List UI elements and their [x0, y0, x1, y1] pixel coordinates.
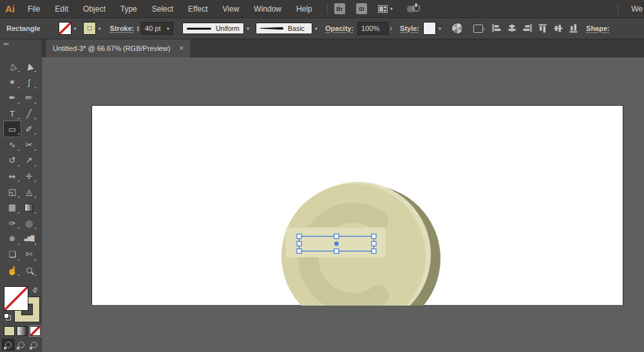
tab-close-icon[interactable]: ×: [179, 44, 184, 52]
bridge-button[interactable]: Br: [334, 3, 345, 14]
shaper-tool[interactable]: ∿: [4, 137, 21, 152]
artboard[interactable]: [91, 105, 623, 305]
panel-collapse-button[interactable]: ««: [0, 39, 41, 50]
menu-file[interactable]: File: [28, 5, 40, 14]
curvature-tool[interactable]: ✏: [21, 90, 37, 106]
document-tab[interactable]: Untitled-3* @ 66.67% (RGB/Preview) ×: [45, 39, 191, 57]
magic-wand-tool[interactable]: ✶: [4, 74, 21, 90]
align-v-center-icon[interactable]: [554, 24, 563, 33]
rectangle-tool[interactable]: ▭: [4, 121, 21, 137]
menu-window[interactable]: Window: [254, 5, 281, 14]
opacity-field[interactable]: 100%: [357, 22, 388, 35]
width-tool[interactable]: ↭: [4, 168, 21, 184]
arrange-documents-icon[interactable]: [378, 5, 388, 13]
opacity-flyout-icon[interactable]: ›: [390, 24, 392, 33]
illustrator-window: Ai FileEditObjectTypeSelectEffectViewWin…: [0, 0, 644, 352]
selected-object-label: Rectangle: [6, 24, 41, 32]
fill-color-indicator[interactable]: [4, 286, 28, 311]
gradient-icon: [24, 204, 33, 211]
fill-color-swatch[interactable]: [59, 22, 71, 35]
variable-width-profile-select[interactable]: Uniform: [182, 23, 244, 34]
draw-normal-button[interactable]: [2, 338, 15, 351]
graphic-style-swatch[interactable]: [423, 22, 436, 35]
gradient-button[interactable]: [17, 326, 28, 336]
viewport[interactable]: [42, 57, 644, 352]
fill-chevron-icon[interactable]: ▾: [71, 26, 79, 32]
align-left-icon[interactable]: [492, 24, 501, 33]
stroke-color-swatch[interactable]: [83, 22, 96, 35]
rotate-tool-icon: ↺: [9, 156, 16, 164]
align-right-icon[interactable]: [523, 24, 532, 33]
blend-tool[interactable]: ◎: [21, 215, 37, 231]
artboard-tool[interactable]: ❏: [4, 247, 21, 262]
selection-tool[interactable]: ▷: [4, 59, 21, 74]
perspective-grid-tool-icon: ◬: [26, 188, 32, 196]
workspace-switcher[interactable]: We: [631, 5, 644, 14]
swap-fill-stroke-icon[interactable]: ⇄: [30, 286, 39, 295]
stroke-weight-select[interactable]: 40 pt ▾: [141, 22, 173, 35]
stock-button[interactable]: St: [356, 3, 367, 14]
stroke-panel-link[interactable]: Stroke:: [110, 24, 135, 32]
opacity-panel-link[interactable]: Opacity:: [325, 24, 354, 32]
euro-coin-artwork: [92, 106, 624, 306]
stroke-weight-value: 40 pt: [145, 24, 160, 32]
line-segment-tool[interactable]: ╱: [21, 106, 37, 121]
slice-tool[interactable]: ✄: [21, 247, 37, 262]
align-buttons: [492, 24, 585, 33]
color-button[interactable]: [4, 326, 15, 336]
style-chevron-icon[interactable]: ▾: [436, 26, 444, 32]
paintbrush-tool[interactable]: ✐: [21, 121, 37, 137]
shape-panel-link[interactable]: Shape:: [586, 24, 610, 32]
column-graph-tool[interactable]: ▃▆█: [21, 231, 37, 246]
hand-tool[interactable]: ☝: [4, 262, 21, 278]
zoom-tool[interactable]: [21, 262, 37, 278]
rotate-tool[interactable]: ↺: [4, 153, 21, 168]
draw-inside-button[interactable]: [28, 338, 41, 351]
menu-help[interactable]: Help: [296, 5, 312, 14]
menu-select[interactable]: Select: [152, 5, 173, 14]
eyedropper-tool[interactable]: ✑: [4, 215, 21, 231]
touch-workspace-icon[interactable]: [407, 4, 420, 14]
none-button[interactable]: [30, 326, 41, 336]
recolor-artwork-icon[interactable]: [451, 23, 463, 34]
align-top-icon[interactable]: [538, 24, 547, 33]
lasso-tool[interactable]: ʃ: [21, 74, 37, 90]
menu-edit[interactable]: Edit: [55, 5, 68, 14]
selection-center-point[interactable]: [334, 242, 339, 246]
menu-type[interactable]: Type: [120, 5, 137, 14]
pen-tool[interactable]: ✒: [4, 90, 21, 106]
align-bottom-icon[interactable]: [569, 24, 578, 33]
brush-chevron-icon[interactable]: ▾: [312, 26, 320, 32]
style-panel-link[interactable]: Style:: [400, 24, 419, 32]
scale-tool[interactable]: ↗: [21, 153, 37, 168]
color-mode-row: [4, 326, 43, 336]
isolate-object-icon[interactable]: ›: [473, 24, 483, 33]
stroke-weight-chevron-icon[interactable]: ▾: [167, 26, 169, 32]
mesh-tool[interactable]: ▦: [4, 200, 21, 215]
shape-builder-tool[interactable]: ◱: [4, 184, 21, 199]
puppet-warp-tool[interactable]: ✛: [21, 168, 37, 184]
menu-view[interactable]: View: [223, 5, 240, 14]
stroke-weight-stepper[interactable]: ▴ ▾: [137, 25, 140, 32]
type-tool-icon: T: [10, 110, 15, 118]
brush-definition-select[interactable]: Basic: [256, 23, 312, 34]
perspective-grid-tool[interactable]: ◬: [21, 184, 37, 199]
stroke-chevron-icon[interactable]: ▾: [96, 26, 104, 32]
stepper-down-icon[interactable]: ▾: [137, 28, 140, 32]
drawing-mode-row: [2, 338, 41, 351]
gradient-tool[interactable]: [21, 200, 37, 215]
default-fill-stroke-icon[interactable]: [4, 313, 12, 321]
menu-object[interactable]: Object: [83, 5, 106, 14]
opacity-value: 100%: [361, 24, 379, 32]
direct-selection-tool[interactable]: ▶: [21, 59, 37, 74]
arrange-documents-chevron-icon[interactable]: ▾: [390, 6, 393, 12]
curvature-tool-icon: ✏: [26, 93, 33, 102]
align-h-center-icon[interactable]: [507, 24, 516, 33]
draw-behind-button[interactable]: [15, 338, 28, 351]
symbol-sprayer-tool[interactable]: ✵: [4, 231, 21, 246]
scissors-tool[interactable]: ✂: [21, 137, 37, 152]
direct-selection-tool-icon: ▶: [24, 63, 33, 71]
variable-width-chevron-icon[interactable]: ▾: [244, 26, 252, 32]
menu-effect[interactable]: Effect: [188, 5, 207, 14]
type-tool[interactable]: T: [4, 106, 21, 121]
